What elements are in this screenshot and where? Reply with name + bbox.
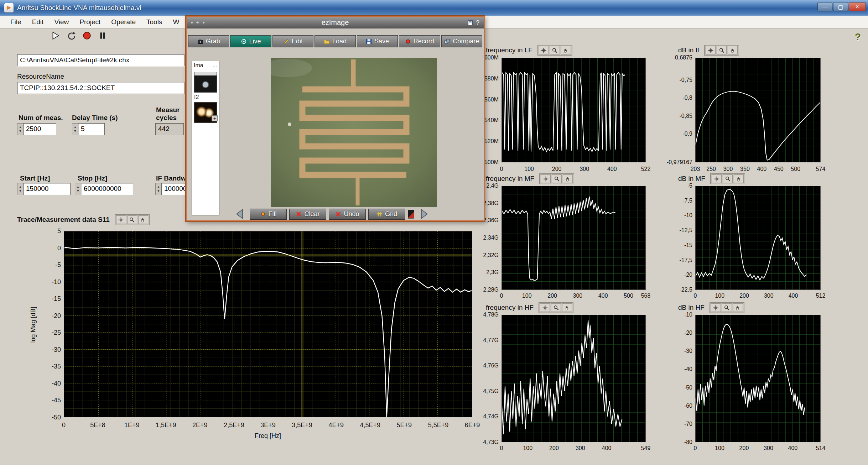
x-tick-label-s11: 4,5E+9 — [360, 422, 380, 429]
y-tick-label-s11: -45 — [38, 397, 61, 404]
cursor-tool-icon[interactable] — [539, 46, 549, 54]
ez-button-fill[interactable]: Fill — [250, 209, 287, 220]
pan-tool-icon[interactable] — [728, 46, 738, 54]
maximize-button[interactable]: ▢ — [833, 2, 848, 11]
plot-s11[interactable] — [64, 231, 472, 417]
grid-icon — [376, 211, 383, 217]
floppy-icon — [366, 38, 372, 45]
stop-value[interactable]: 6000000000 — [81, 183, 133, 195]
plot-db-hf[interactable] — [695, 315, 821, 442]
ezimage-list-header[interactable]: Ima ... — [192, 61, 219, 70]
menu-file[interactable]: File — [5, 17, 27, 27]
run-continuous-icon[interactable] — [66, 30, 77, 41]
start-field[interactable]: ▲▼ 150000 — [17, 183, 71, 195]
previous-image-icon[interactable] — [233, 209, 247, 220]
start-spinner[interactable]: ▲▼ — [17, 183, 23, 195]
delay-field[interactable]: ▲▼ 5 — [72, 123, 105, 135]
add-image-button[interactable]: + — [212, 115, 218, 121]
stop-field[interactable]: ▲▼ 6000000000 — [75, 183, 133, 195]
resource-name-field[interactable]: TCPIP::130.231.54.2::SOCKET — [17, 82, 184, 94]
menu-w[interactable]: W — [167, 17, 184, 27]
start-value[interactable]: 150000 — [23, 183, 71, 195]
y-tick-label-freq-hf: 4,74G — [473, 413, 499, 420]
ez-button-clear[interactable]: Clear — [289, 209, 326, 220]
ezimage-image-list: Ima ... f2 + — [192, 61, 219, 215]
chart-title-freq-hf: frequency in HF — [486, 304, 534, 312]
plot-db-if[interactable] — [695, 58, 821, 162]
menu-operate[interactable]: Operate — [106, 17, 141, 27]
graph-palette — [710, 173, 745, 184]
delay-spinner[interactable]: ▲▼ — [72, 123, 78, 135]
ez-help-icon[interactable]: ? — [476, 19, 479, 26]
run-icon[interactable] — [50, 30, 61, 41]
delay-value[interactable]: 5 — [78, 123, 105, 135]
pan-tool-icon[interactable] — [562, 303, 572, 312]
ez-forward-icon[interactable]: • — [203, 20, 205, 26]
ezimage-titlebar[interactable]: • + • ezImage ? — [187, 17, 484, 28]
ez-button-live[interactable]: Live — [230, 35, 271, 47]
zoom-tool-icon[interactable] — [723, 174, 733, 183]
plot-db-mf[interactable] — [695, 186, 821, 290]
num-meas-spinner[interactable]: ▲▼ — [17, 123, 23, 135]
pan-tool-icon[interactable] — [734, 174, 744, 183]
setup-file-field[interactable]: C:\AnritsuVNA\Cal\SetupFile#2k.chx — [17, 54, 184, 66]
stop-spinner[interactable]: ▲▼ — [75, 183, 81, 195]
pause-icon[interactable] — [97, 30, 108, 41]
pan-tool-icon[interactable] — [563, 174, 573, 183]
ez-add-icon[interactable]: + — [196, 20, 199, 26]
zoom-tool-icon[interactable] — [550, 46, 560, 54]
num-meas-value[interactable]: 2500 — [23, 123, 56, 135]
next-image-icon[interactable] — [417, 209, 431, 220]
chart-header-freq-hf: frequency in HF — [486, 302, 573, 313]
ez-button-grab[interactable]: Grab — [188, 35, 229, 47]
help-icon[interactable]: ? — [855, 31, 861, 43]
ez-button-record[interactable]: Record — [399, 35, 440, 47]
window-titlebar[interactable]: Anritsu ShockLine VNA mittausohjelma.vi … — [0, 0, 868, 16]
plot-freq-mf[interactable] — [501, 186, 646, 290]
zoom-tool-icon[interactable] — [551, 303, 561, 312]
y-tick-label-db-hf: -40 — [667, 366, 692, 372]
ez-back-icon[interactable]: • — [191, 20, 193, 26]
pan-tool-icon[interactable] — [138, 215, 148, 224]
ez-button-load[interactable]: Load — [315, 35, 355, 47]
cursor-tool-icon[interactable] — [712, 174, 722, 183]
graph-palette — [539, 302, 573, 313]
plot-freq-hf[interactable] — [501, 315, 646, 442]
ez-button-save[interactable]: Save — [357, 35, 398, 47]
resource-name-label: ResourceName — [17, 73, 64, 80]
ez-button-grid[interactable]: Grid — [368, 209, 405, 220]
zoom-tool-icon[interactable] — [722, 303, 732, 312]
cursor-tool-icon[interactable] — [116, 215, 126, 224]
if-bandwidth-spinner[interactable]: ▲▼ — [155, 183, 161, 195]
menu-edit[interactable]: Edit — [27, 17, 49, 27]
color-swatch[interactable] — [408, 210, 414, 219]
cursor-tool-icon[interactable] — [540, 303, 550, 312]
ez-button-label: Grab — [206, 38, 220, 45]
y-tick-label-db-mf: -10 — [667, 212, 692, 219]
zoom-tool-icon[interactable] — [717, 46, 727, 54]
pan-tool-icon[interactable] — [733, 303, 743, 312]
zoom-tool-icon[interactable] — [127, 215, 137, 224]
num-meas-field[interactable]: ▲▼ 2500 — [17, 123, 56, 135]
cursor-tool-icon[interactable] — [706, 46, 716, 54]
plot-freq-lf[interactable] — [501, 58, 646, 162]
ez-button-edit[interactable]: Edit — [272, 35, 313, 47]
menu-project[interactable]: Project — [74, 17, 106, 27]
close-button[interactable]: × — [849, 2, 866, 11]
zoom-tool-icon[interactable] — [552, 174, 562, 183]
ezimage-canvas[interactable] — [271, 58, 437, 207]
menu-view[interactable]: View — [49, 17, 74, 27]
cursor-tool-icon[interactable] — [541, 174, 551, 183]
x-tick-label-db-if: 300 — [723, 166, 733, 172]
menu-tools[interactable]: Tools — [141, 17, 167, 27]
ellipsis-icon: ... — [213, 62, 217, 69]
cursor-tool-icon[interactable] — [711, 303, 721, 312]
image-thumbnail-f2[interactable]: + — [194, 102, 217, 123]
minimize-button[interactable]: — — [817, 2, 832, 11]
ez-button-undo[interactable]: Undo — [329, 209, 366, 220]
ez-save-icon[interactable] — [467, 20, 473, 26]
abort-icon[interactable] — [81, 30, 93, 41]
pan-tool-icon[interactable] — [561, 46, 571, 54]
ez-button-compare[interactable]: Compare — [441, 35, 482, 47]
image-thumbnail-1[interactable] — [194, 72, 217, 93]
